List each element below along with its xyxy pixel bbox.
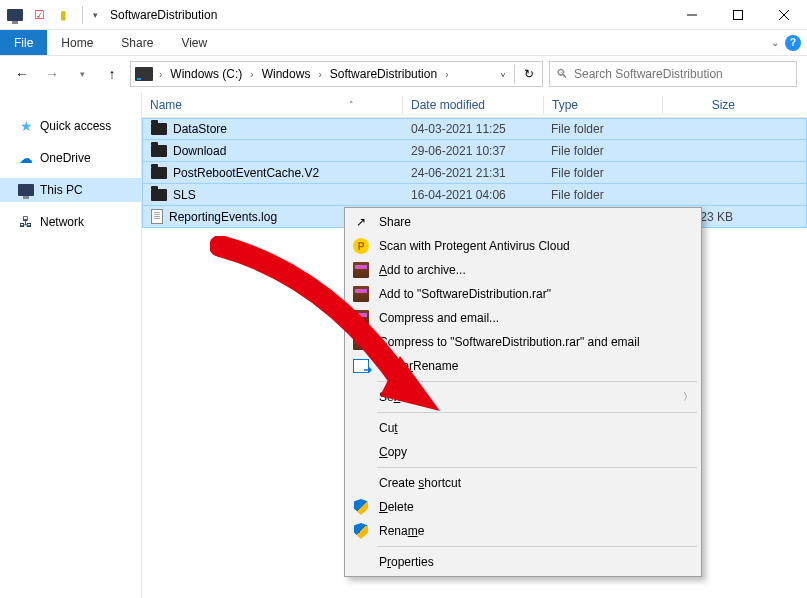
ctx-rename[interactable]: Rename: [347, 519, 699, 543]
breadcrumb-sep-icon[interactable]: ›: [248, 69, 255, 80]
search-input[interactable]: [574, 67, 790, 81]
qat-dropdown-icon[interactable]: ▾: [93, 10, 98, 20]
ctx-copy[interactable]: Copy: [347, 440, 699, 464]
title-bar: ☑ ▮ ▾ SoftwareDistribution: [0, 0, 807, 30]
help-icon[interactable]: ?: [785, 35, 801, 51]
window-title: SoftwareDistribution: [104, 8, 217, 22]
breadcrumb-sep-icon[interactable]: ›: [443, 69, 450, 80]
sidebar-item-this-pc[interactable]: This PC: [0, 178, 141, 202]
search-box[interactable]: 🔍︎: [549, 61, 797, 87]
file-tab[interactable]: File: [0, 30, 47, 55]
column-header-type[interactable]: Type: [544, 98, 662, 112]
star-icon: ★: [18, 118, 34, 134]
sidebar-item-label: Quick access: [40, 119, 111, 133]
shield-icon: [351, 521, 371, 541]
shield-icon: [351, 497, 371, 517]
ctx-separator: [377, 546, 697, 547]
ctx-add-archive[interactable]: Add to archive...: [347, 258, 699, 282]
monitor-icon: [18, 182, 34, 198]
explorer-icon: [6, 6, 24, 24]
folder-icon: [151, 167, 167, 179]
breadcrumb-sep-icon[interactable]: ›: [157, 69, 164, 80]
back-button[interactable]: ←: [10, 62, 34, 86]
ctx-delete[interactable]: Delete: [347, 495, 699, 519]
sidebar-item-quick-access[interactable]: ★ Quick access: [0, 114, 141, 138]
context-menu: ↗ Share P Scan with Protegent Antivirus …: [344, 207, 702, 577]
breadcrumb-windows[interactable]: Windows: [258, 67, 315, 81]
tab-share[interactable]: Share: [107, 30, 167, 55]
ctx-share[interactable]: ↗ Share: [347, 210, 699, 234]
close-button[interactable]: [761, 0, 807, 30]
ctx-properties[interactable]: Properties: [347, 550, 699, 574]
protegent-icon: P: [351, 236, 371, 256]
folder-qat-icon[interactable]: ▮: [54, 6, 72, 24]
minimize-button[interactable]: [669, 0, 715, 30]
maximize-button[interactable]: [715, 0, 761, 30]
address-bar[interactable]: › Windows (C:) › Windows › SoftwareDistr…: [130, 61, 543, 87]
sidebar-item-network[interactable]: 🖧 Network: [0, 210, 141, 234]
file-row[interactable]: Download29-06-2021 10:37File folder: [142, 140, 807, 162]
file-icon: [151, 209, 163, 224]
file-type: File folder: [543, 144, 661, 158]
file-type: File folder: [543, 188, 661, 202]
ctx-add-rar[interactable]: Add to "SoftwareDistribution.rar": [347, 282, 699, 306]
share-icon: ↗: [351, 212, 371, 232]
ribbon-expand-icon[interactable]: ⌄: [771, 37, 779, 48]
submenu-arrow-icon: 〉: [683, 390, 693, 404]
tab-home[interactable]: Home: [47, 30, 107, 55]
ctx-separator: [377, 412, 697, 413]
recent-locations-button[interactable]: ▾: [70, 62, 94, 86]
navigation-bar: ← → ▾ ↑ › Windows (C:) › Windows › Softw…: [0, 56, 807, 92]
file-date: 04-03-2021 11:25: [403, 122, 543, 136]
drive-icon: [135, 67, 153, 81]
column-header-name[interactable]: Name˄: [142, 98, 402, 112]
file-name: DataStore: [173, 122, 227, 136]
column-header-date[interactable]: Date modified: [403, 98, 543, 112]
ctx-separator: [377, 467, 697, 468]
address-dropdown-icon[interactable]: v: [497, 70, 509, 79]
folder-icon: [151, 189, 167, 201]
tab-view[interactable]: View: [167, 30, 221, 55]
file-date: 16-04-2021 04:06: [403, 188, 543, 202]
file-name: ReportingEvents.log: [169, 210, 277, 224]
file-name: PostRebootEventCache.V2: [173, 166, 319, 180]
breadcrumb-sep-icon[interactable]: ›: [316, 69, 323, 80]
ctx-compress-rar-email[interactable]: Compress to "SoftwareDistribution.rar" a…: [347, 330, 699, 354]
breadcrumb-drive[interactable]: Windows (C:): [166, 67, 246, 81]
refresh-button[interactable]: ↻: [520, 67, 538, 81]
ctx-compress-email[interactable]: Compress and email...: [347, 306, 699, 330]
ctx-power-rename[interactable]: PowerRename: [347, 354, 699, 378]
rar-icon: [351, 308, 371, 328]
file-list: Name˄ Date modified Type Size DataStore0…: [142, 92, 807, 598]
powerrename-icon: [351, 356, 371, 376]
file-row[interactable]: SLS16-04-2021 04:06File folder: [142, 184, 807, 206]
file-name: SLS: [173, 188, 196, 202]
properties-qat-icon[interactable]: ☑: [30, 6, 48, 24]
network-icon: 🖧: [18, 214, 34, 230]
sidebar-item-onedrive[interactable]: ☁ OneDrive: [0, 146, 141, 170]
up-button[interactable]: ↑: [100, 62, 124, 86]
forward-button[interactable]: →: [40, 62, 64, 86]
ctx-create-shortcut[interactable]: Create shortcut: [347, 471, 699, 495]
qat-divider: [82, 6, 83, 24]
file-row[interactable]: PostRebootEventCache.V224-06-2021 21:31F…: [142, 162, 807, 184]
ctx-scan[interactable]: P Scan with Protegent Antivirus Cloud: [347, 234, 699, 258]
file-name: Download: [173, 144, 226, 158]
rar-icon: [351, 284, 371, 304]
svg-rect-1: [734, 10, 743, 19]
rar-icon: [351, 332, 371, 352]
ctx-send-to[interactable]: Send to 〉: [347, 385, 699, 409]
rar-icon: [351, 260, 371, 280]
breadcrumb-softwaredistribution[interactable]: SoftwareDistribution: [326, 67, 441, 81]
search-icon: 🔍︎: [556, 67, 568, 81]
ribbon: File Home Share View ⌄ ?: [0, 30, 807, 56]
sidebar-item-label: OneDrive: [40, 151, 91, 165]
file-row[interactable]: DataStore04-03-2021 11:25File folder: [142, 118, 807, 140]
ctx-separator: [377, 381, 697, 382]
ctx-cut[interactable]: Cut: [347, 416, 699, 440]
file-type: File folder: [543, 166, 661, 180]
column-headers: Name˄ Date modified Type Size: [142, 92, 807, 118]
column-header-size[interactable]: Size: [663, 98, 743, 112]
navigation-pane: ★ Quick access ☁ OneDrive This PC 🖧 Netw…: [0, 92, 142, 598]
file-date: 29-06-2021 10:37: [403, 144, 543, 158]
